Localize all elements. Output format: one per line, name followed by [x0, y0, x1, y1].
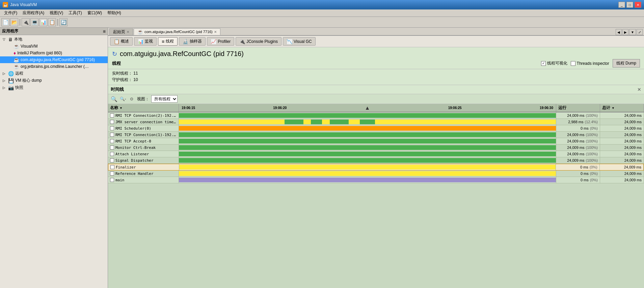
toolbar-btn6[interactable]: 📋: [48, 18, 56, 26]
thread-total-cell: 24,009 ms: [600, 138, 644, 144]
menu-window[interactable]: 窗口(W): [85, 9, 105, 17]
inner-tab-monitor[interactable]: 📊 监视: [134, 37, 157, 46]
menu-apps[interactable]: 应用程序(A): [20, 9, 47, 17]
toolbar-open[interactable]: 📂: [10, 18, 18, 26]
thread-checkbox[interactable]: [110, 152, 114, 156]
close-button[interactable]: ✕: [635, 2, 641, 8]
inner-tab-jconsole[interactable]: 🔌 JConsole Plugins: [236, 37, 281, 46]
window-controls[interactable]: _ □ ✕: [618, 2, 641, 8]
table-row[interactable]: Signal Dispatcher 24,009 ms (100%) 24,00…: [108, 157, 644, 164]
menu-file[interactable]: 文件(F): [1, 9, 20, 17]
sidebar-content: ▽ 🖥 本地 ☕ VisualVM ♦ IntelliJ Platform (p…: [0, 35, 108, 288]
tab-expand[interactable]: ⤢: [637, 29, 643, 35]
sidebar-item-cmdline[interactable]: ☕ org.jetbrains.jps.cmdline.Launcher (…: [0, 63, 108, 70]
menu-tools[interactable]: 工具(T): [66, 9, 84, 17]
thread-checkbox[interactable]: [110, 133, 114, 137]
table-row[interactable]: RMI Scheduler(0) 0 ms (0%) 24,009 ms: [108, 125, 644, 132]
thread-name-cell: Reference Handler: [108, 171, 179, 177]
toolbar-btn5[interactable]: 📊: [39, 18, 47, 26]
col-total-label: 总计: [602, 105, 610, 111]
table-row[interactable]: RMI TCP Accept-0 24,009 ms (100%) 24,009…: [108, 138, 644, 145]
sidebar-item-vmcore[interactable]: ▷ 💾 VM 核心 dump: [0, 77, 108, 84]
tab-startpage-close[interactable]: ✕: [127, 30, 129, 34]
thread-name-cell: Signal Dispatcher: [108, 157, 179, 163]
table-row[interactable]: Finalizer 0 ms (0%) 24,009 ms: [108, 164, 644, 171]
jconsole-icon: 🔌: [239, 39, 245, 44]
tab-startpage[interactable]: 起始页 ✕: [109, 28, 133, 35]
table-row[interactable]: Attach Listener 24,009 ms (100%) 24,009 …: [108, 151, 644, 157]
inner-tab-threads[interactable]: ≡ 线程: [158, 37, 178, 46]
checkbox-inspector[interactable]: Threads inspector: [571, 61, 609, 66]
running-pct: (0%): [590, 126, 598, 130]
view-select[interactable]: 所有线程 运行线程 监视线程: [151, 95, 178, 103]
thread-timeline-cell: [179, 177, 556, 183]
snapshot-icon: 📷: [8, 85, 14, 90]
thread-name-label: main: [115, 178, 125, 182]
sidebar-item-local[interactable]: ▽ 🖥 本地: [0, 36, 108, 43]
main-layout: 应用程序 ≡ ▽ 🖥 本地 ☕ VisualVM ♦ IntelliJ Plat…: [0, 28, 644, 288]
toolbar-btn4[interactable]: 💻: [30, 18, 38, 26]
menu-help[interactable]: 帮助(H): [105, 9, 124, 17]
thread-name-label: RMI TCP Connection(2)-192.…: [115, 113, 176, 118]
thread-checkbox[interactable]: [110, 158, 114, 162]
toolbar-refresh[interactable]: 🔄: [59, 18, 68, 26]
thread-checkbox[interactable]: [110, 139, 114, 143]
inner-tab-visualgc[interactable]: 📉 Visual GC: [283, 37, 316, 46]
table-row[interactable]: Monitor Ctrl-Break 24,009 ms (100%) 24,0…: [108, 145, 644, 151]
thread-checkbox[interactable]: [110, 172, 114, 176]
thread-name-label: Reference Handler: [115, 172, 154, 176]
zoom-out-icon[interactable]: 🔍-: [119, 96, 126, 102]
checkbox-visualize[interactable]: 线程可视化: [541, 60, 567, 66]
sidebar-label-intellij: IntelliJ Platform (pid 860): [17, 51, 62, 55]
thread-checkbox[interactable]: [110, 178, 114, 182]
tab-scroll-left[interactable]: ◀: [616, 29, 622, 35]
toolbar-new[interactable]: 📄: [1, 18, 9, 26]
running-pct: (12.4%): [585, 120, 598, 124]
sidebar-item-refcountgc[interactable]: ☕ com.atguigu.java.RefCountGC (pid 7716): [0, 56, 108, 63]
minimize-button[interactable]: _: [618, 2, 625, 8]
total-ms: 24,009 ms: [624, 165, 641, 169]
zoom-in-icon[interactable]: 🔍: [111, 96, 117, 102]
table-row[interactable]: JMX server connection time… 2,988 ms (12…: [108, 119, 644, 125]
dump-button[interactable]: 线程 Dump: [613, 59, 640, 68]
thread-checkbox[interactable]: [110, 120, 114, 124]
inner-tab-profiler[interactable]: 📈 Profiler: [207, 37, 234, 46]
tab-process[interactable]: ☕ com.atguigu.java.RefCountGC (pid 7716)…: [134, 28, 220, 35]
table-row[interactable]: RMI TCP Connection(1)-192.… 24,009 ms (1…: [108, 132, 644, 138]
inspector-checkbox[interactable]: [571, 61, 575, 66]
tab-process-close[interactable]: ✕: [214, 30, 217, 34]
local-icon: 🖥: [8, 37, 13, 42]
tab-list-btn[interactable]: ▼: [629, 29, 636, 35]
timeline-close-btn[interactable]: ✕: [637, 87, 641, 92]
toolbar-btn3[interactable]: 🔌: [22, 18, 30, 26]
table-row[interactable]: Reference Handler 0 ms (0%) 24,009 ms: [108, 171, 644, 177]
menu-view[interactable]: 视图(V): [47, 9, 66, 17]
running-pct: (100%): [586, 146, 598, 150]
sidebar-menu-icon[interactable]: ≡: [103, 29, 106, 34]
sidebar-label-remote: 远程: [15, 71, 23, 76]
refresh-icon[interactable]: ↻: [112, 50, 117, 58]
zoom-fit-icon[interactable]: ⊙: [128, 96, 135, 102]
inner-tab-overview[interactable]: 📋 概述: [110, 37, 133, 46]
sidebar-item-remote[interactable]: ▷ 🌐 远程: [0, 70, 108, 77]
tab-scroll-right[interactable]: ▶: [622, 29, 628, 35]
sidebar-item-intellij[interactable]: ♦ IntelliJ Platform (pid 860): [0, 50, 108, 56]
page-header: ↻ com.atguigu.java.RefCountGC (pid 7716)…: [108, 47, 644, 69]
running-ms: 0 ms: [580, 165, 588, 169]
maximize-button[interactable]: □: [626, 2, 633, 8]
table-row[interactable]: RMI TCP Connection(2)-192.… 24,009 ms (1…: [108, 112, 644, 119]
thread-total-cell: 24,009 ms: [600, 171, 644, 177]
visualize-label: 线程可视化: [547, 60, 567, 66]
thread-checkbox[interactable]: [110, 146, 114, 150]
inner-tab-sampler[interactable]: 🔬 抽样器: [179, 37, 206, 46]
running-pct: (100%): [586, 113, 598, 117]
thread-checkbox[interactable]: [110, 126, 114, 130]
col-header-total: 总计 ▼: [600, 104, 644, 112]
thread-checkbox[interactable]: [110, 113, 114, 117]
visualize-checkbox[interactable]: [541, 61, 546, 66]
table-row[interactable]: main 0 ms (0%) 24,009 ms: [108, 177, 644, 183]
sidebar-item-visualvm[interactable]: ☕ VisualVM: [0, 43, 108, 50]
sidebar-item-snapshot[interactable]: ▷ 📷 快照: [0, 84, 108, 91]
thread-checkbox[interactable]: [110, 165, 114, 169]
app-title: Java VisualVM: [10, 2, 37, 7]
